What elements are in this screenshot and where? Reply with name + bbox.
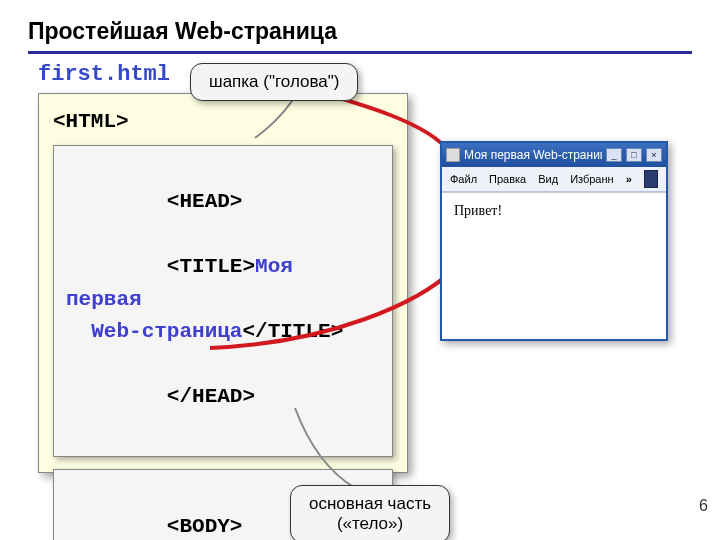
ie-throbber-icon <box>644 170 658 188</box>
browser-window: Моя первая Web-страница ... _ □ × Файл П… <box>440 141 668 341</box>
page-text: Привет! <box>454 203 502 218</box>
browser-menubar: Файл Правка Вид Избранн » <box>442 167 666 192</box>
html-open: <HTML> <box>53 106 393 139</box>
browser-titlebar: Моя первая Web-страница ... _ □ × <box>442 143 666 167</box>
title-close: </TITLE> <box>242 320 343 343</box>
diagram-stage: <HTML> <HEAD> <TITLE>Моя первая Web-стра… <box>0 93 720 523</box>
menu-file[interactable]: Файл <box>450 173 477 185</box>
filename-label: first.html <box>0 62 720 93</box>
head-box: <HEAD> <TITLE>Моя первая Web-страница</T… <box>53 145 393 458</box>
code-box-outer: <HTML> <HEAD> <TITLE>Моя первая Web-стра… <box>38 93 408 473</box>
page-icon <box>446 148 460 162</box>
callout-body-l1: основная часть <box>309 494 431 513</box>
callout-head: шапка ("голова") <box>190 63 358 101</box>
slide-title: Простейшая Web-страница <box>0 0 720 51</box>
callout-body-l2: («тело») <box>337 514 403 533</box>
page-number: 6 <box>699 497 708 515</box>
minimize-button[interactable]: _ <box>606 148 622 162</box>
close-button[interactable]: × <box>646 148 662 162</box>
menu-edit[interactable]: Правка <box>489 173 526 185</box>
title-open: <TITLE> <box>167 255 255 278</box>
browser-title: Моя первая Web-страница ... <box>464 148 602 162</box>
callout-body: основная часть («тело») <box>290 485 450 540</box>
menu-more-icon[interactable]: » <box>626 173 632 185</box>
head-close: </HEAD> <box>167 385 255 408</box>
browser-viewport: Привет! <box>442 192 666 339</box>
title-underline <box>28 51 692 54</box>
head-open: <HEAD> <box>167 190 243 213</box>
menu-favorites[interactable]: Избранн <box>570 173 614 185</box>
body-open: <BODY> <box>167 515 243 538</box>
maximize-button[interactable]: □ <box>626 148 642 162</box>
menu-view[interactable]: Вид <box>538 173 558 185</box>
